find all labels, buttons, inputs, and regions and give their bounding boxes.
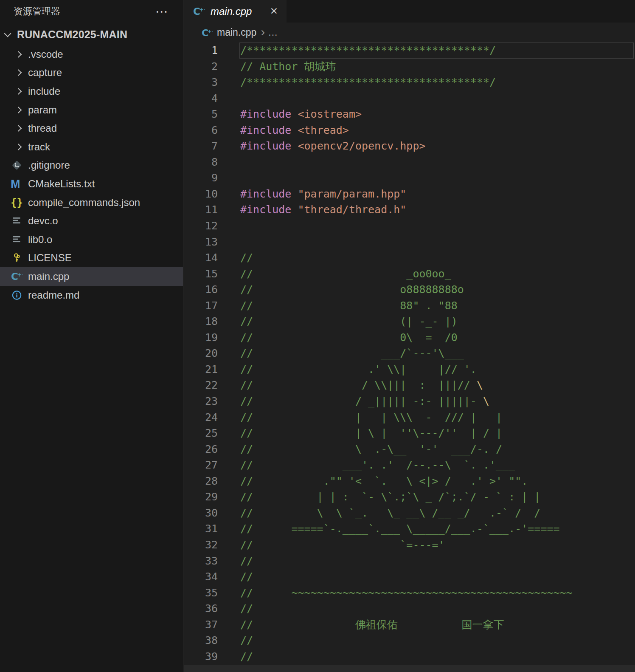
line-number: 21 bbox=[184, 361, 218, 378]
breadcrumb-item-more[interactable]: ... bbox=[268, 27, 278, 38]
line-number: 38 bbox=[184, 632, 218, 649]
code-line-15[interactable]: 15// _oo0oo_ bbox=[184, 266, 635, 282]
code-text bbox=[218, 154, 240, 170]
breadcrumb: C++ main.cpp › ... bbox=[184, 23, 635, 42]
breadcrumb-item-file[interactable]: main.cpp bbox=[217, 27, 256, 38]
tree-item-thread[interactable]: thread bbox=[0, 119, 183, 138]
code-line-39[interactable]: 39// bbox=[184, 649, 635, 665]
file-tree: .vscodecaptureincludeparamthreadtrack.gi… bbox=[0, 45, 183, 304]
code-line-33[interactable]: 33// bbox=[184, 553, 635, 569]
tree-item-label: LICENSE bbox=[28, 252, 72, 264]
code-text: // _oo0oo_ bbox=[218, 266, 451, 282]
code-line-20[interactable]: 20// ___/`---'\___ bbox=[184, 345, 635, 361]
tree-item--vscode[interactable]: .vscode bbox=[0, 45, 183, 64]
close-icon[interactable]: ✕ bbox=[267, 5, 281, 18]
line-number: 10 bbox=[184, 186, 218, 202]
code-line-7[interactable]: 7#include <opencv2/opencv.hpp> bbox=[184, 138, 635, 154]
line-number: 22 bbox=[184, 377, 218, 393]
code-text: // bbox=[218, 250, 253, 266]
more-actions-icon[interactable]: ⋯ bbox=[155, 7, 169, 16]
code-text: // 0\ = /0 bbox=[218, 330, 458, 346]
code-line-18[interactable]: 18// (| -_- |) bbox=[184, 313, 635, 330]
tree-item-label: devc.o bbox=[28, 215, 58, 227]
code-line-38[interactable]: 38// bbox=[184, 632, 635, 649]
code-line-35[interactable]: 35// ~~~~~~~~~~~~~~~~~~~~~~~~~~~~~~~~~~~… bbox=[184, 585, 635, 601]
tree-root-runaccm2025-main[interactable]: RUNACCM2025-MAIN bbox=[0, 26, 183, 42]
code-line-19[interactable]: 19// 0\ = /0 bbox=[184, 330, 635, 346]
line-number: 19 bbox=[184, 330, 218, 346]
code-editor[interactable]: 1/**************************************… bbox=[184, 42, 635, 672]
code-line-29[interactable]: 29// | | : `- \`.;`\ _ /`;.`/ - ` : | | bbox=[184, 489, 635, 505]
code-text: // \ .-\__ '-' ___/-. / bbox=[218, 441, 502, 457]
code-text: // `=---=' bbox=[218, 537, 445, 553]
code-line-32[interactable]: 32// `=---=' bbox=[184, 537, 635, 553]
code-text: #include <thread> bbox=[218, 122, 349, 138]
code-line-25[interactable]: 25// | \_| ''\---/'' |_/ | bbox=[184, 425, 635, 441]
object-file-icon bbox=[0, 230, 28, 249]
tab-main-cpp[interactable]: C++ main.cpp ✕ bbox=[184, 0, 287, 23]
code-line-5[interactable]: 5#include <iostream> bbox=[184, 106, 635, 122]
tree-item-track[interactable]: track bbox=[0, 138, 183, 156]
code-line-6[interactable]: 6#include <thread> bbox=[184, 122, 635, 138]
tree-item--gitignore[interactable]: .gitignore bbox=[0, 156, 183, 175]
code-line-34[interactable]: 34// bbox=[184, 569, 635, 585]
code-line-22[interactable]: 22// / \\||| : |||// \ bbox=[184, 377, 635, 393]
code-line-1[interactable]: 1/**************************************… bbox=[184, 42, 635, 59]
tree-item-label: CMakeLists.txt bbox=[28, 178, 95, 190]
code-line-3[interactable]: 3/**************************************… bbox=[184, 74, 635, 90]
code-text bbox=[218, 170, 240, 186]
tree-item-compile-commands-json[interactable]: {}compile_commands.json bbox=[0, 193, 183, 212]
line-number: 7 bbox=[184, 138, 218, 154]
code-line-16[interactable]: 16// o88888888o bbox=[184, 282, 635, 298]
chevron-right-icon: › bbox=[261, 25, 265, 39]
tree-item-readme-md[interactable]: readme.md bbox=[0, 286, 183, 305]
code-line-28[interactable]: 28// ."" '< `.___\_<|>_/___.' >' "". bbox=[184, 473, 635, 489]
cpp-icon: C++ bbox=[0, 267, 28, 286]
cpp-file-icon: C++ bbox=[202, 27, 213, 38]
code-line-26[interactable]: 26// \ .-\__ '-' ___/-. / bbox=[184, 441, 635, 457]
code-line-4[interactable]: 4 bbox=[184, 90, 635, 107]
tree-item-devc-o[interactable]: devc.o bbox=[0, 212, 183, 230]
line-number: 6 bbox=[184, 122, 218, 138]
line-number: 24 bbox=[184, 409, 218, 426]
code-text: // ___/`---'\___ bbox=[218, 345, 464, 361]
line-number: 9 bbox=[184, 170, 218, 186]
code-line-31[interactable]: 31// =====`-.____`.___ \_____/___.-`___.… bbox=[184, 521, 635, 537]
line-number: 31 bbox=[184, 521, 218, 537]
tree-item-label: lib0.o bbox=[28, 234, 52, 246]
code-line-36[interactable]: 36// bbox=[184, 601, 635, 617]
line-number: 32 bbox=[184, 537, 218, 553]
code-line-14[interactable]: 14// bbox=[184, 250, 635, 266]
code-text: // \ \ `_. \_ __\ /__ _/ .-` / / bbox=[218, 505, 540, 521]
code-line-13[interactable]: 13 bbox=[184, 234, 635, 250]
code-text: // (| -_- |) bbox=[218, 313, 458, 330]
code-line-30[interactable]: 30// \ \ `_. \_ __\ /__ _/ .-` / / bbox=[184, 505, 635, 521]
tab-bar: C++ main.cpp ✕ bbox=[184, 0, 635, 23]
code-line-27[interactable]: 27// ___'. .' /--.--\ `. .'___ bbox=[184, 457, 635, 473]
code-line-10[interactable]: 10#include "param/param.hpp" bbox=[184, 186, 635, 202]
code-line-8[interactable]: 8 bbox=[184, 154, 635, 170]
code-text: // / \\||| : |||// \ bbox=[218, 377, 483, 393]
tree-item-lib0-o[interactable]: lib0.o bbox=[0, 230, 183, 249]
line-number: 33 bbox=[184, 553, 218, 569]
line-number: 27 bbox=[184, 457, 218, 473]
tree-item-include[interactable]: include bbox=[0, 82, 183, 101]
code-line-11[interactable]: 11#include "thread/thread.h" bbox=[184, 202, 635, 218]
tree-item-capture[interactable]: capture bbox=[0, 64, 183, 82]
code-line-2[interactable]: 2// Author 胡城玮 bbox=[184, 59, 635, 75]
code-line-17[interactable]: 17// 88" . "88 bbox=[184, 298, 635, 314]
horizontal-scrollbar[interactable] bbox=[184, 665, 635, 672]
code-line-9[interactable]: 9 bbox=[184, 170, 635, 186]
tree-item-main-cpp[interactable]: C++main.cpp bbox=[0, 267, 183, 286]
code-line-23[interactable]: 23// / _||||| -:- |||||- \ bbox=[184, 393, 635, 409]
chevron-down-icon bbox=[4, 30, 11, 37]
code-line-12[interactable]: 12 bbox=[184, 218, 635, 234]
tree-item-license[interactable]: LICENSE bbox=[0, 249, 183, 268]
tree-item-cmakelists-txt[interactable]: MCMakeLists.txt bbox=[0, 175, 183, 193]
code-line-21[interactable]: 21// .' \\| |// '. bbox=[184, 361, 635, 378]
explorer-header: 资源管理器 ⋯ bbox=[0, 0, 183, 20]
tree-item-param[interactable]: param bbox=[0, 101, 183, 119]
code-line-37[interactable]: 37// 佛祖保佑 国一拿下 bbox=[184, 617, 635, 633]
chevron-right-icon bbox=[0, 119, 28, 138]
code-line-24[interactable]: 24// | | \\\ - /// | | bbox=[184, 409, 635, 426]
